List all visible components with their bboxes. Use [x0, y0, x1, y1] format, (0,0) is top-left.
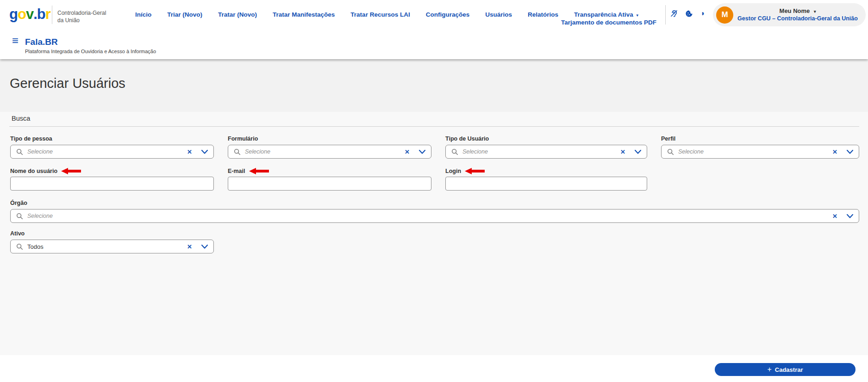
annotation-arrow-icon — [61, 168, 81, 174]
nav-transparencia-ativa[interactable]: Transparência Ativa▼ — [574, 11, 639, 18]
user-name: Meu Nome ▾ — [733, 7, 862, 15]
field-email: E-mail — [228, 167, 431, 191]
search-section: Busca Tipo de pessoa Selecione ✕ Formulá… — [0, 112, 868, 382]
contrast-icon[interactable]: ◑ — [700, 10, 705, 17]
org-name-line2: da União — [57, 17, 106, 24]
tipo-pessoa-select[interactable]: Selecione ✕ — [10, 145, 214, 159]
email-label: E-mail — [228, 168, 245, 174]
menu-icon[interactable]: ≡ — [12, 34, 19, 47]
perfil-placeholder: Selecione — [678, 148, 704, 155]
tipo-usuario-select[interactable]: Selecione ✕ — [445, 145, 647, 159]
govbr-logo-r: r — [45, 6, 50, 23]
chevron-down-icon[interactable] — [847, 214, 853, 218]
nav-triar-novo[interactable]: Triar (Novo) — [167, 11, 202, 18]
header-right-divider — [665, 5, 666, 25]
clear-icon[interactable]: ✕ — [405, 148, 410, 155]
clear-icon[interactable]: ✕ — [187, 243, 192, 250]
user-info: Meu Nome ▾ Gestor CGU – Controladoria-Ge… — [733, 7, 866, 22]
field-perfil: Perfil Selecione ✕ — [661, 134, 859, 159]
chevron-down-icon: ▼ — [636, 13, 639, 18]
perfil-label: Perfil — [661, 136, 675, 142]
user-menu[interactable]: M Meu Nome ▾ Gestor CGU – Controladoria-… — [713, 3, 866, 26]
clear-icon[interactable]: ✕ — [620, 148, 625, 155]
search-icon — [451, 148, 458, 155]
search-icon — [667, 148, 674, 155]
nome-usuario-label: Nome do usuário — [10, 168, 57, 174]
nav-tratar-novo[interactable]: Tratar (Novo) — [218, 11, 257, 18]
page-title: Gerenciar Usuários — [10, 76, 125, 91]
govbr-logo-v: v — [26, 6, 33, 23]
search-icon — [16, 213, 23, 220]
formulario-label: Formulário — [228, 136, 258, 142]
tipo-usuario-label: Tipo de Usuário — [445, 136, 489, 142]
ativo-select[interactable]: Todos ✕ — [10, 240, 214, 253]
orgao-select[interactable]: Selecione ✕ — [10, 209, 859, 223]
app-title[interactable]: Fala.BR — [25, 37, 58, 47]
govbr-logo-dot-b: .b — [33, 6, 45, 23]
email-input[interactable] — [228, 177, 431, 191]
sign-language-icon[interactable] — [670, 9, 678, 18]
formulario-placeholder: Selecione — [245, 148, 270, 155]
field-formulario: Formulário Selecione ✕ — [228, 134, 431, 159]
nav-inicio[interactable]: Início — [135, 11, 151, 18]
avatar: M — [716, 6, 733, 24]
org-name-line1: Controladoria-Geral — [57, 9, 106, 17]
nav-usuarios[interactable]: Usuários — [485, 11, 512, 18]
chevron-down-icon[interactable] — [201, 150, 208, 154]
top-header: gov.br Controladoria-Geral da União Iníc… — [0, 0, 868, 59]
field-tipo-pessoa: Tipo de pessoa Selecione ✕ — [10, 134, 214, 159]
nav-tratar-recursos-lai[interactable]: Tratar Recursos LAI — [350, 11, 410, 18]
org-name: Controladoria-Geral da União — [57, 9, 106, 24]
annotation-arrow-icon — [465, 168, 485, 174]
clear-icon[interactable]: ✕ — [832, 213, 837, 220]
page-header-band: Gerenciar Usuários — [0, 59, 868, 112]
orgao-label: Órgão — [10, 200, 27, 206]
ativo-label: Ativo — [10, 230, 25, 237]
cadastrar-button[interactable]: + Cadastrar — [715, 363, 856, 376]
search-icon — [234, 148, 241, 155]
section-divider — [9, 126, 859, 127]
nome-usuario-input[interactable] — [10, 177, 214, 191]
nav-configuracoes[interactable]: Configurações — [426, 11, 470, 18]
accessibility-icons: ◑ — [670, 9, 705, 18]
perfil-select[interactable]: Selecione ✕ — [661, 145, 859, 159]
clear-icon[interactable]: ✕ — [832, 148, 837, 155]
login-input[interactable] — [445, 177, 647, 191]
annotation-arrow-icon — [249, 168, 269, 174]
clear-icon[interactable]: ✕ — [187, 148, 192, 155]
chevron-down-icon: ▾ — [814, 9, 816, 14]
field-nome-usuario: Nome do usuário — [10, 167, 214, 191]
user-role: Gestor CGU – Controladoria-Geral da Uniã… — [733, 15, 862, 22]
logo-divider — [52, 6, 52, 24]
govbr-logo-g: g — [9, 6, 18, 23]
search-icon — [16, 243, 23, 250]
cookie-icon[interactable] — [685, 10, 693, 18]
chevron-down-icon[interactable] — [847, 150, 853, 154]
ativo-value: Todos — [27, 243, 44, 250]
govbr-logo-o: o — [18, 6, 26, 23]
nav-relatorios[interactable]: Relatórios — [528, 11, 558, 18]
nav-tratar-manifestacoes[interactable]: Tratar Manifestações — [273, 11, 335, 18]
chevron-down-icon[interactable] — [201, 245, 208, 249]
field-login: Login — [445, 167, 647, 191]
nav-transparencia-ativa-label: Transparência Ativa — [574, 11, 633, 18]
chevron-down-icon[interactable] — [635, 150, 641, 154]
login-label: Login — [445, 168, 461, 174]
chevron-down-icon[interactable] — [419, 150, 425, 154]
field-orgao: Órgão Selecione ✕ — [10, 198, 859, 223]
govbr-logo[interactable]: gov.br — [9, 6, 50, 23]
user-name-label: Meu Nome — [780, 7, 810, 14]
section-title: Busca — [12, 115, 30, 122]
nav-tarjamento-pdf[interactable]: Tarjamento de documentos PDF — [561, 19, 656, 26]
search-icon — [16, 148, 23, 155]
app-subtitle: Plataforma Integrada de Ouvidoria e Aces… — [25, 49, 156, 54]
fala-br-page: gov.br Controladoria-Geral da União Iníc… — [0, 0, 868, 382]
tipo-pessoa-label: Tipo de pessoa — [10, 136, 52, 142]
tipo-usuario-placeholder: Selecione — [462, 148, 488, 155]
plus-icon: + — [767, 365, 771, 374]
orgao-placeholder: Selecione — [27, 213, 53, 219]
cadastrar-button-label: Cadastrar — [775, 366, 803, 373]
field-tipo-usuario: Tipo de Usuário Selecione ✕ — [445, 134, 647, 159]
tipo-pessoa-placeholder: Selecione — [27, 148, 53, 155]
formulario-select[interactable]: Selecione ✕ — [228, 145, 431, 159]
